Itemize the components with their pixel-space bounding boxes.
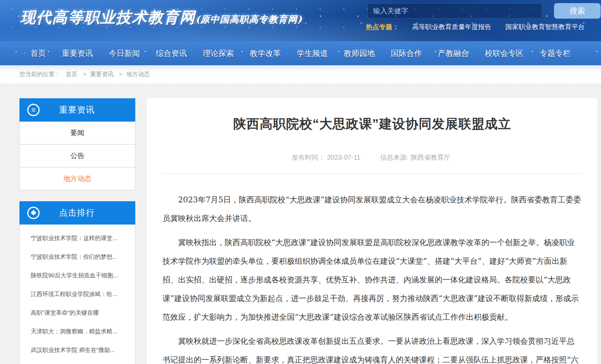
hot-topics-row: 热点专题： 高等职业教育质量年度报告 国家职业教育智慧教育平台 [366, 23, 585, 31]
article-paragraph: 冀映秋指出，陕西高职院校“大思政课”建设协同发展联盟是高职院校深化思政课教学改革… [162, 233, 582, 326]
ranking-item[interactable]: 武汉职业技术学院 师生在“微助... [20, 341, 135, 359]
breadcrumb: 您当前的位置： 首页 重要资讯 地方动态 [0, 65, 601, 84]
breadcrumb-crumb[interactable]: 重要资讯 [79, 71, 114, 77]
content-area: ≡ 重要资讯 要闻 公告 地方动态 ❖ 点击排行 宁波 [19, 98, 598, 364]
ranking-card: ❖ 点击排行 宁波职业技术学院：这样的课堂... 宁波职业技术学院：你们的梦想.… [19, 201, 135, 364]
info-source: 信息来源:陕西省教育厅 [380, 154, 453, 161]
sidebar-menu-item[interactable]: 公告 [20, 144, 135, 167]
ranking-item[interactable]: 天津职大：洞微察幽，精益求精... [20, 322, 135, 341]
nav-item[interactable]: 产教融合 [438, 48, 469, 59]
sidebar-menu-title: 重要资讯 [40, 104, 114, 116]
breadcrumb-crumb[interactable]: 地方动态 [115, 71, 150, 77]
nav-item[interactable]: 教学改革 [250, 48, 281, 59]
ranking-item[interactable]: 宁波职业技术学院：你们的梦想... [20, 247, 135, 266]
hot-topics-label: 热点专题： [366, 23, 399, 31]
hot-topics-links: 高等职业教育质量年度报告 国家职业教育智慧教育平台 [412, 23, 585, 31]
site-logo-main: 现代高等职业技术教育网 [20, 8, 196, 26]
breadcrumb-crumb[interactable]: 首页 [66, 71, 77, 77]
meta-divider [162, 174, 582, 174]
article-panel: 陕西高职院校“大思政课”建设协同发展联盟成立 发布时间：2023-07-11 信… [147, 98, 598, 364]
nav-item[interactable]: 理论探索 [203, 48, 234, 59]
nav-item[interactable]: 专题专栏 [540, 48, 571, 59]
breadcrumb-label: 您当前的位置： [19, 71, 60, 78]
nav-item[interactable]: 今日新闻 [109, 48, 140, 59]
search-button[interactable]: 搜索 [554, 3, 601, 19]
nav-item[interactable]: 国际合作 [391, 48, 422, 59]
ranking-item[interactable]: 宁波职业技术学院：这样的课堂... [20, 229, 135, 247]
nav-item[interactable]: 校联会专区 [485, 48, 524, 59]
article-meta: 发布时间：2023-07-11 信息来源:陕西省教育厅 [162, 153, 582, 162]
nav-item[interactable]: 重要资讯 [62, 48, 93, 59]
article-paragraph: 2023年7月5日，陕西高职院校“大思政课”建设协同发展联盟成立大会在杨凌职业技… [162, 190, 582, 228]
nav-item[interactable]: 教师园地 [344, 48, 375, 59]
diamonds-circle-icon: ❖ [27, 207, 40, 219]
publish-time-value: 2023-07-11 [327, 154, 360, 161]
sidebar-menu-item[interactable]: 地方动态 [20, 167, 135, 190]
nav-item[interactable]: 学生频道 [297, 48, 328, 59]
hot-topic-link[interactable]: 国家职业教育智慧教育平台 [505, 23, 585, 31]
search-input[interactable] [367, 3, 542, 19]
ranking-item[interactable]: 陕铁院90后大学生捐造血干细胞... [20, 266, 135, 285]
sidebar-menu-list: 要闻 公告 地方动态 [20, 121, 135, 190]
publish-time-label: 发布时间： [292, 154, 325, 161]
sidebar-menu-card: ≡ 重要资讯 要闻 公告 地方动态 [19, 98, 135, 190]
nav-item[interactable]: 首页 [30, 48, 46, 59]
site-logo-sub: (原中国高职高专教育网) [196, 14, 302, 25]
publish-time: 发布时间：2023-07-11 [292, 154, 363, 161]
nav-item[interactable]: 综合资讯 [156, 48, 187, 59]
ranking-item[interactable]: 江西环境工程职业学院涂斌：给... [20, 285, 135, 303]
article-paragraph: 冀映秋就进一步深化全省高校思政课改革创新提出五点要求。一要从讲政治上看思政课，深… [162, 332, 582, 364]
site-header: 现代高等职业技术教育网(原中国高职高专教育网) 搜索 热点专题： 高等职业教育质… [0, 0, 601, 41]
info-source-label: 信息来源: [380, 154, 409, 161]
sidebar-menu-item[interactable]: 要闻 [20, 121, 135, 144]
sidebar: ≡ 重要资讯 要闻 公告 地方动态 ❖ 点击排行 宁波 [19, 98, 135, 364]
article-body: 2023年7月5日，陕西高职院校“大思政课”建设协同发展联盟成立大会在杨凌职业技… [162, 190, 582, 364]
info-source-value: 陕西省教育厅 [411, 154, 451, 161]
sidebar-menu-header: ≡ 重要资讯 [19, 98, 135, 122]
hot-topic-link[interactable]: 高等职业教育质量年度报告 [412, 23, 491, 31]
ranking-item[interactable]: 高职“课堂革命”的关键在哪 [20, 303, 135, 322]
list-circle-icon: ≡ [27, 104, 40, 116]
search-box [367, 3, 542, 19]
ranking-header: ❖ 点击排行 [19, 201, 135, 225]
ranking-list: 宁波职业技术学院：这样的课堂... 宁波职业技术学院：你们的梦想... 陕铁院9… [20, 224, 135, 359]
ranking-title: 点击排行 [40, 207, 114, 219]
article-title: 陕西高职院校“大思政课”建设协同发展联盟成立 [162, 115, 582, 133]
site-logo[interactable]: 现代高等职业技术教育网(原中国高职高专教育网) [20, 7, 302, 28]
breadcrumb-path: 首页 重要资讯 地方动态 [66, 71, 150, 78]
main-nav: 首页 重要资讯 今日新闻 综合资讯 理论探索 教学改革 学生频道 教师园地 国际… [0, 41, 601, 65]
